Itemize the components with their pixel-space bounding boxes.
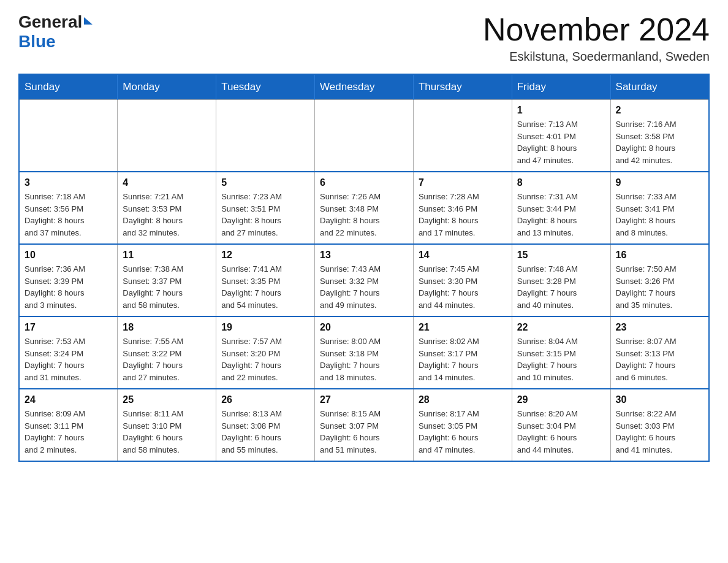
day-info: Sunrise: 7:41 AMSunset: 3:35 PMDaylight:… bbox=[221, 263, 309, 311]
calendar-header-row: SundayMondayTuesdayWednesdayThursdayFrid… bbox=[19, 74, 709, 100]
day-number: 5 bbox=[221, 177, 309, 188]
day-number: 16 bbox=[616, 250, 703, 261]
day-info: Sunrise: 7:48 AMSunset: 3:28 PMDaylight:… bbox=[517, 263, 605, 311]
day-number: 26 bbox=[221, 394, 309, 405]
week-row-0: 1Sunrise: 7:13 AMSunset: 4:01 PMDaylight… bbox=[19, 100, 709, 172]
calendar-cell: 7Sunrise: 7:28 AMSunset: 3:46 PMDaylight… bbox=[413, 172, 512, 244]
day-info: Sunrise: 8:09 AMSunset: 3:11 PMDaylight:… bbox=[25, 408, 112, 456]
day-info: Sunrise: 7:38 AMSunset: 3:37 PMDaylight:… bbox=[123, 263, 211, 311]
calendar-cell: 19Sunrise: 7:57 AMSunset: 3:20 PMDayligh… bbox=[216, 316, 315, 389]
weekday-header-monday: Monday bbox=[118, 74, 216, 100]
day-number: 9 bbox=[616, 177, 703, 188]
calendar-cell: 27Sunrise: 8:15 AMSunset: 3:07 PMDayligh… bbox=[315, 389, 414, 461]
calendar-cell: 3Sunrise: 7:18 AMSunset: 3:56 PMDaylight… bbox=[19, 172, 118, 244]
calendar-cell: 13Sunrise: 7:43 AMSunset: 3:32 PMDayligh… bbox=[315, 244, 414, 316]
day-info: Sunrise: 8:00 AMSunset: 3:18 PMDaylight:… bbox=[320, 335, 408, 383]
calendar-cell: 21Sunrise: 8:02 AMSunset: 3:17 PMDayligh… bbox=[413, 316, 512, 389]
day-number: 22 bbox=[517, 322, 605, 333]
day-number: 1 bbox=[517, 105, 605, 116]
calendar-cell: 11Sunrise: 7:38 AMSunset: 3:37 PMDayligh… bbox=[118, 244, 216, 316]
day-info: Sunrise: 8:07 AMSunset: 3:13 PMDaylight:… bbox=[616, 335, 703, 383]
day-info: Sunrise: 7:57 AMSunset: 3:20 PMDaylight:… bbox=[221, 335, 309, 383]
calendar-cell: 22Sunrise: 8:04 AMSunset: 3:15 PMDayligh… bbox=[512, 316, 610, 389]
day-number: 24 bbox=[25, 394, 112, 405]
day-number: 19 bbox=[221, 322, 309, 333]
day-number: 4 bbox=[123, 177, 211, 188]
calendar-cell: 6Sunrise: 7:26 AMSunset: 3:48 PMDaylight… bbox=[315, 172, 414, 244]
day-info: Sunrise: 8:11 AMSunset: 3:10 PMDaylight:… bbox=[123, 408, 211, 456]
calendar-cell: 30Sunrise: 8:22 AMSunset: 3:03 PMDayligh… bbox=[610, 389, 709, 461]
week-row-3: 17Sunrise: 7:53 AMSunset: 3:24 PMDayligh… bbox=[19, 316, 709, 389]
day-number: 14 bbox=[419, 250, 507, 261]
day-number: 8 bbox=[517, 177, 605, 188]
day-number: 10 bbox=[25, 250, 112, 261]
calendar-cell bbox=[216, 100, 315, 172]
calendar-cell: 4Sunrise: 7:21 AMSunset: 3:53 PMDaylight… bbox=[118, 172, 216, 244]
day-number: 2 bbox=[616, 105, 703, 116]
logo-general-text: General bbox=[18, 12, 82, 32]
calendar-table: SundayMondayTuesdayWednesdayThursdayFrid… bbox=[18, 74, 710, 462]
day-number: 12 bbox=[221, 250, 309, 261]
calendar-cell: 14Sunrise: 7:45 AMSunset: 3:30 PMDayligh… bbox=[413, 244, 512, 316]
day-number: 17 bbox=[25, 322, 112, 333]
month-title: November 2024 bbox=[483, 12, 710, 47]
calendar-cell: 29Sunrise: 8:20 AMSunset: 3:04 PMDayligh… bbox=[512, 389, 610, 461]
day-info: Sunrise: 8:15 AMSunset: 3:07 PMDaylight:… bbox=[320, 408, 408, 456]
day-number: 18 bbox=[123, 322, 211, 333]
calendar-cell: 1Sunrise: 7:13 AMSunset: 4:01 PMDaylight… bbox=[512, 100, 610, 172]
day-info: Sunrise: 7:26 AMSunset: 3:48 PMDaylight:… bbox=[320, 191, 408, 239]
logo-arrow-icon bbox=[84, 17, 93, 25]
calendar-cell: 23Sunrise: 8:07 AMSunset: 3:13 PMDayligh… bbox=[610, 316, 709, 389]
day-info: Sunrise: 8:17 AMSunset: 3:05 PMDaylight:… bbox=[419, 408, 507, 456]
day-number: 20 bbox=[320, 322, 408, 333]
calendar-cell bbox=[118, 100, 216, 172]
weekday-header-sunday: Sunday bbox=[19, 74, 118, 100]
day-number: 7 bbox=[419, 177, 507, 188]
day-info: Sunrise: 7:45 AMSunset: 3:30 PMDaylight:… bbox=[419, 263, 507, 311]
weekday-header-saturday: Saturday bbox=[610, 74, 709, 100]
calendar-cell: 8Sunrise: 7:31 AMSunset: 3:44 PMDaylight… bbox=[512, 172, 610, 244]
calendar-cell: 20Sunrise: 8:00 AMSunset: 3:18 PMDayligh… bbox=[315, 316, 414, 389]
day-info: Sunrise: 7:33 AMSunset: 3:41 PMDaylight:… bbox=[616, 191, 703, 239]
day-number: 23 bbox=[616, 322, 703, 333]
weekday-header-wednesday: Wednesday bbox=[315, 74, 414, 100]
calendar-cell: 18Sunrise: 7:55 AMSunset: 3:22 PMDayligh… bbox=[118, 316, 216, 389]
week-row-1: 3Sunrise: 7:18 AMSunset: 3:56 PMDaylight… bbox=[19, 172, 709, 244]
weekday-header-thursday: Thursday bbox=[413, 74, 512, 100]
week-row-2: 10Sunrise: 7:36 AMSunset: 3:39 PMDayligh… bbox=[19, 244, 709, 316]
day-number: 13 bbox=[320, 250, 408, 261]
day-info: Sunrise: 7:23 AMSunset: 3:51 PMDaylight:… bbox=[221, 191, 309, 239]
day-number: 15 bbox=[517, 250, 605, 261]
day-info: Sunrise: 8:13 AMSunset: 3:08 PMDaylight:… bbox=[221, 408, 309, 456]
calendar-cell: 12Sunrise: 7:41 AMSunset: 3:35 PMDayligh… bbox=[216, 244, 315, 316]
day-info: Sunrise: 8:20 AMSunset: 3:04 PMDaylight:… bbox=[517, 408, 605, 456]
day-number: 28 bbox=[419, 394, 507, 405]
logo-blue-text: Blue bbox=[18, 32, 56, 52]
weekday-header-tuesday: Tuesday bbox=[216, 74, 315, 100]
weekday-header-friday: Friday bbox=[512, 74, 610, 100]
day-info: Sunrise: 7:31 AMSunset: 3:44 PMDaylight:… bbox=[517, 191, 605, 239]
calendar-cell: 5Sunrise: 7:23 AMSunset: 3:51 PMDaylight… bbox=[216, 172, 315, 244]
day-info: Sunrise: 7:21 AMSunset: 3:53 PMDaylight:… bbox=[123, 191, 211, 239]
week-row-4: 24Sunrise: 8:09 AMSunset: 3:11 PMDayligh… bbox=[19, 389, 709, 461]
location-text: Eskilstuna, Soedermanland, Sweden bbox=[483, 50, 710, 64]
day-info: Sunrise: 7:18 AMSunset: 3:56 PMDaylight:… bbox=[25, 191, 112, 239]
day-info: Sunrise: 7:53 AMSunset: 3:24 PMDaylight:… bbox=[25, 335, 112, 383]
calendar-cell: 10Sunrise: 7:36 AMSunset: 3:39 PMDayligh… bbox=[19, 244, 118, 316]
day-info: Sunrise: 7:36 AMSunset: 3:39 PMDaylight:… bbox=[25, 263, 112, 311]
calendar-cell: 26Sunrise: 8:13 AMSunset: 3:08 PMDayligh… bbox=[216, 389, 315, 461]
day-number: 27 bbox=[320, 394, 408, 405]
day-info: Sunrise: 8:02 AMSunset: 3:17 PMDaylight:… bbox=[419, 335, 507, 383]
day-number: 11 bbox=[123, 250, 211, 261]
calendar-cell: 9Sunrise: 7:33 AMSunset: 3:41 PMDaylight… bbox=[610, 172, 709, 244]
logo: General Blue bbox=[18, 12, 93, 52]
day-number: 3 bbox=[25, 177, 112, 188]
day-number: 6 bbox=[320, 177, 408, 188]
day-info: Sunrise: 8:04 AMSunset: 3:15 PMDaylight:… bbox=[517, 335, 605, 383]
calendar-cell bbox=[413, 100, 512, 172]
day-number: 30 bbox=[616, 394, 703, 405]
day-number: 25 bbox=[123, 394, 211, 405]
day-info: Sunrise: 7:13 AMSunset: 4:01 PMDaylight:… bbox=[517, 118, 605, 166]
calendar-cell: 28Sunrise: 8:17 AMSunset: 3:05 PMDayligh… bbox=[413, 389, 512, 461]
day-info: Sunrise: 7:28 AMSunset: 3:46 PMDaylight:… bbox=[419, 191, 507, 239]
